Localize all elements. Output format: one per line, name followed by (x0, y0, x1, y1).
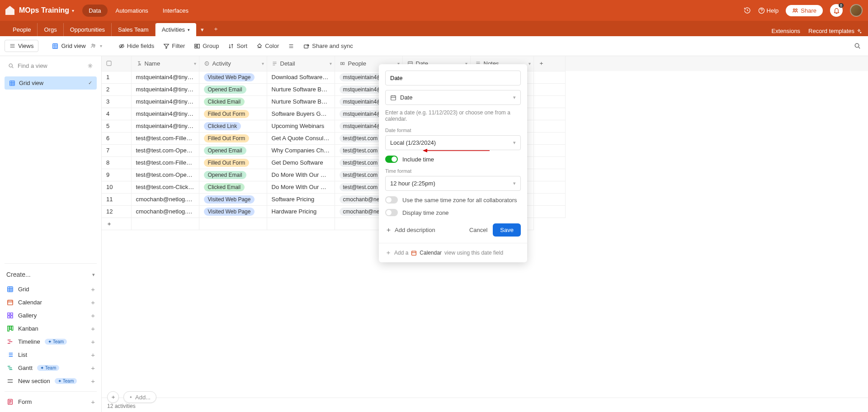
create-kanban[interactable]: Kanban+ (5, 322, 97, 335)
cell-name[interactable]: test@test.com-Opened Em... (131, 169, 199, 181)
history-icon[interactable] (744, 7, 751, 14)
create-gallery[interactable]: Gallery+ (5, 309, 97, 322)
find-view-input[interactable]: Find a view (5, 60, 97, 72)
notifications-button[interactable]: 8 (830, 4, 843, 17)
cell-detail[interactable]: Software Buyers Guide (267, 108, 335, 120)
user-avatar[interactable] (850, 4, 863, 17)
create-form[interactable]: Form + (5, 395, 97, 408)
create-grid[interactable]: Grid+ (5, 283, 97, 296)
cell-name[interactable]: cmochanb@netlog.com-Vi... (131, 193, 199, 205)
table-tab-opportunities[interactable]: Opportunities (64, 23, 112, 36)
create-timeline[interactable]: Timeline✦Team+ (5, 335, 97, 348)
cell-name[interactable]: mstqueintain4@tinyurl.co... (131, 71, 199, 83)
cell-name[interactable]: mstqueintain4@tinyurl.co... (131, 83, 199, 95)
column-header-detail[interactable]: Detail▾ (267, 56, 335, 71)
share-button[interactable]: Share (786, 5, 823, 16)
cell-activity[interactable]: Clicked Email (199, 95, 267, 108)
current-view-name[interactable]: Grid view ▾ (48, 40, 105, 52)
extensions-link[interactable]: Extensions (772, 28, 801, 34)
create-new-section[interactable]: New section✦Team+ (5, 374, 97, 388)
time-format-select[interactable]: 12 hour (2:25pm) ▾ (385, 176, 521, 191)
cell-name[interactable]: test@test.com-Opened Em... (131, 144, 199, 156)
views-sidebar: Find a view Grid view ✓ Create... ▾ Grid… (0, 56, 102, 412)
hide-fields-button[interactable]: Hide fields (115, 40, 158, 52)
add-record-button[interactable]: ＋ (107, 391, 119, 403)
add-column-button[interactable]: ＋ (533, 56, 565, 71)
same-timezone-toggle[interactable] (385, 196, 398, 204)
group-button[interactable]: Group (190, 40, 222, 52)
table-tab-activities[interactable]: Activities▾ (156, 23, 196, 36)
views-button[interactable]: Views (5, 40, 38, 52)
sort-button[interactable]: Sort (224, 40, 251, 52)
cell-detail[interactable]: Nurture Software Buyers G... (267, 83, 335, 95)
select-all-checkbox[interactable] (102, 56, 131, 71)
cell-name[interactable]: cmochanb@netlog.com-Vi... (131, 205, 199, 218)
add-table-button[interactable]: ＋ (208, 22, 223, 36)
create-section-header[interactable]: Create... ▾ (5, 268, 97, 283)
cell-name[interactable]: mstqueintain4@tinyurl.co... (131, 95, 199, 108)
cell-detail[interactable]: Why Companies Choose US (267, 144, 335, 156)
table-tab-orgs[interactable]: Orgs (38, 23, 63, 36)
cell-detail[interactable]: Do More With Our Software (267, 181, 335, 193)
share-sync-button[interactable]: Share and sync (300, 40, 356, 52)
search-button[interactable] (851, 40, 863, 52)
view-item-grid[interactable]: Grid view ✓ (5, 76, 97, 90)
cell-detail[interactable]: Get Demo Software (267, 156, 335, 169)
cell-detail[interactable]: Get A Quote Consulting (267, 132, 335, 144)
add-description-button[interactable]: ＋ Add description (385, 226, 435, 234)
create-calendar[interactable]: Calendar+ (5, 296, 97, 309)
cancel-button[interactable]: Cancel (464, 223, 493, 237)
cell-activity[interactable]: Clicked Link (199, 120, 267, 132)
color-button[interactable]: Color (253, 40, 283, 52)
create-list[interactable]: List+ (5, 348, 97, 361)
help-link[interactable]: Help (758, 7, 779, 14)
cell-activity[interactable]: Filled Out Form (199, 108, 267, 120)
include-time-toggle[interactable] (385, 156, 398, 163)
create-gantt[interactable]: Gantt✦Team+ (5, 361, 97, 374)
cell-activity[interactable]: Opened Email (199, 169, 267, 181)
row-height-button[interactable] (284, 41, 298, 52)
cell-detail[interactable]: Hardware Pricing (267, 205, 335, 218)
cell-activity[interactable]: Visited Web Page (199, 205, 267, 218)
cell-detail[interactable]: Upcoming Webinars (267, 120, 335, 132)
cell-activity[interactable]: Opened Email (199, 83, 267, 95)
workspace-chevron-icon[interactable]: ▾ (72, 8, 74, 13)
filter-button[interactable]: Filter (160, 40, 189, 52)
date-format-select[interactable]: Local (1/23/2024) ▾ (385, 135, 521, 150)
nav-data[interactable]: Data (82, 5, 107, 17)
cell-activity[interactable]: Visited Web Page (199, 193, 267, 205)
cell-detail[interactable]: Download Software Buyers ... (267, 71, 335, 83)
tab-dropdown-icon[interactable]: ▾ (196, 23, 208, 36)
cell-name[interactable]: mstqueintain4@tinyurl.co... (131, 108, 199, 120)
field-name-input[interactable] (385, 71, 521, 85)
add-calendar-view-link[interactable]: ＋ Add a Calendar view using this date fi… (379, 243, 527, 262)
cell-activity[interactable]: Opened Email (199, 144, 267, 156)
cell-detail[interactable]: Software Pricing (267, 193, 335, 205)
column-header-activity[interactable]: Activity▾ (199, 56, 267, 71)
cell-activity[interactable]: Visited Web Page (199, 71, 267, 83)
record-templates-link[interactable]: Record templates (808, 28, 862, 34)
table-tab-people[interactable]: People (6, 23, 38, 36)
cell-name[interactable]: test@test.com-Filled Out F... (131, 156, 199, 169)
cell-name[interactable]: test@test.com-Clicked Email (131, 181, 199, 193)
cell-activity[interactable]: Filled Out Form (199, 132, 267, 144)
cell-activity[interactable]: Clicked Email (199, 181, 267, 193)
workspace-name[interactable]: MOps Training (19, 6, 69, 14)
add-record-expanded-button[interactable]: ✦ Add... (123, 391, 156, 403)
cell-name[interactable]: test@test.com-Filled Out F... (131, 132, 199, 144)
table-tab-sales-team[interactable]: Sales Team (112, 23, 156, 36)
field-type-select[interactable]: Date ▾ (385, 90, 521, 105)
cell-detail[interactable]: Do More With Our Software (267, 169, 335, 181)
save-button[interactable]: Save (493, 223, 521, 237)
chevron-down-icon: ▾ (194, 61, 196, 66)
cell-name[interactable]: mstqueintain4@tinyurl.co... (131, 120, 199, 132)
add-row-button[interactable]: ＋ (102, 218, 131, 230)
nav-interfaces[interactable]: Interfaces (156, 5, 195, 17)
cell-activity[interactable]: Filled Out Form (199, 156, 267, 169)
nav-automations[interactable]: Automations (109, 5, 155, 17)
cell-detail[interactable]: Nurture Software Buyers G... (267, 95, 335, 108)
search-icon (854, 43, 861, 49)
column-header-name[interactable]: Name▾ (131, 56, 199, 71)
settings-icon[interactable] (87, 63, 93, 69)
display-timezone-toggle[interactable] (385, 209, 398, 216)
